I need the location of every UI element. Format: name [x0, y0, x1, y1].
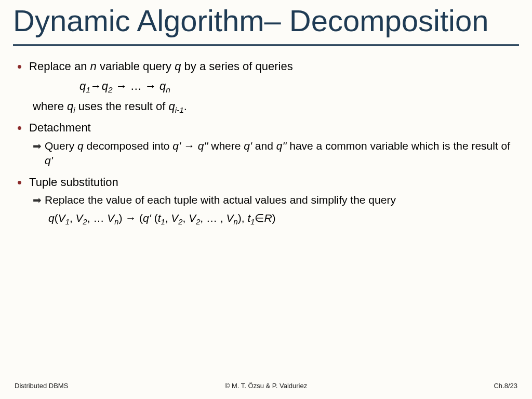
bullet-1: • Replace an n variable query q by a ser… [17, 59, 519, 74]
arrow: → … → [113, 79, 159, 92]
arrow-icon: ➡ [33, 139, 42, 153]
var: q'' [276, 140, 287, 152]
text: Replace an [29, 60, 90, 73]
sub: i-1 [175, 105, 184, 114]
footer-left: Distributed DBMS [15, 382, 68, 390]
var-n: n [90, 60, 97, 73]
text: where [208, 140, 244, 152]
formula-1: q1→q2 → … → qn [79, 79, 519, 95]
var: q' [172, 140, 181, 152]
formula-2: q(V1, V2, … Vn) → (q' (t1, V2, V2, … , V… [48, 212, 519, 226]
var: q [67, 100, 73, 113]
bullet-3: • Tuple substitution [17, 175, 519, 190]
bullet-2-text: Detachment [29, 120, 91, 136]
text: have a common variable which is the resu… [286, 140, 510, 152]
text: . [184, 100, 187, 113]
text: decomposed into [84, 140, 173, 152]
var: q [102, 79, 108, 92]
slide-title: Dynamic Algorithm– Decomposition [13, 5, 519, 37]
var: q' [244, 140, 252, 152]
text: variable query [97, 60, 175, 73]
sub: n [166, 85, 170, 94]
sub: 1 [86, 85, 90, 94]
arrow-icon: ➡ [33, 193, 42, 207]
arrow: → [90, 79, 102, 92]
var: q'' [198, 140, 208, 152]
bullet-icon: • [17, 176, 22, 189]
bullet-3-sub: ➡ Replace the value of each tuple with a… [33, 193, 519, 207]
var: q' [45, 154, 53, 166]
footer-center: © M. T. Özsu & P. Valduriez [225, 382, 307, 390]
footer: Distributed DBMS © M. T. Özsu & P. Valdu… [0, 382, 532, 390]
footer-right: Ch.8/23 [494, 382, 517, 390]
title-rule [13, 44, 519, 46]
bullet-icon: • [17, 60, 22, 73]
bullet-3-sub-text: Replace the value of each tuple with act… [45, 193, 396, 207]
var-q: q [175, 60, 181, 73]
content-area: • Replace an n variable query q by a ser… [13, 59, 519, 226]
text: by a series of queries [181, 60, 292, 73]
bullet-1-text: Replace an n variable query q by a serie… [29, 59, 293, 74]
bullet-1-where: where qi uses the result of qi-1. [33, 100, 519, 115]
var: q [77, 140, 84, 152]
bullet-2: • Detachment [17, 120, 519, 136]
arrow: → [181, 140, 198, 152]
bullet-icon: • [17, 121, 22, 135]
var: q [168, 100, 175, 113]
slide: Dynamic Algorithm– Decomposition • Repla… [0, 0, 532, 399]
text: uses the result of [75, 100, 169, 113]
text: where [33, 100, 67, 113]
text: Query [45, 140, 77, 152]
var: q [79, 79, 86, 92]
sub: 2 [108, 85, 113, 94]
var: q [159, 79, 166, 92]
bullet-2-sub: ➡ Query q decomposed into q' → q'' where… [33, 139, 519, 168]
bullet-2-sub-text: Query q decomposed into q' → q'' where q… [45, 139, 519, 168]
text: and [252, 140, 276, 152]
bullet-3-text: Tuple substitution [29, 175, 118, 190]
